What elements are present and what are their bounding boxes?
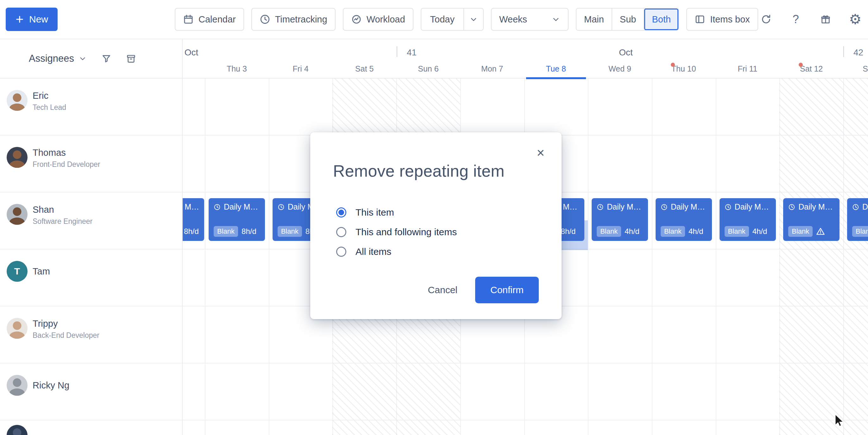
avatar: T [7,261,28,282]
option-label: All items [355,246,391,257]
calendar-button[interactable]: Calendar [175,8,244,31]
close-button[interactable]: × [536,146,545,160]
refresh-icon [761,13,772,25]
avatar [7,90,28,111]
task-bar[interactable]: Daily M…Blank4h/d [656,198,712,241]
radio-button[interactable] [336,247,346,257]
holiday-marker [799,63,803,67]
dialog-option[interactable]: All items [336,242,539,261]
day-header-fri-4[interactable]: Fri 4 [269,59,333,79]
refresh-button[interactable] [758,11,774,27]
settings-button[interactable]: ⚙ [847,11,863,27]
assignee-row[interactable]: TrippyBack-End Developer [0,307,182,364]
cancel-button[interactable]: Cancel [428,285,458,296]
calendar-icon [183,14,194,25]
assignee-role: Front-End Developer [33,160,100,169]
filter-button[interactable] [101,54,112,64]
confirm-button[interactable]: Confirm [475,277,539,303]
segment-both[interactable]: Both [644,8,678,30]
task-bar-title: Daily M… [661,202,707,212]
dialog-option[interactable]: This item [336,203,539,222]
day-header-thu-3[interactable]: Thu 3 [205,59,269,79]
assignee-info: Tam [33,261,50,282]
assignee-row[interactable]: EricTech Lead [0,79,182,135]
toolbar-icon-group: ? ⚙ [758,11,863,27]
dialog-option[interactable]: This and following items [336,222,539,242]
day-header-wed-9[interactable]: Wed 9 [588,59,652,79]
timetracking-button[interactable]: Timetracking [251,8,336,31]
sidebar: Assignees EricTech LeadThomasFront-End D… [0,39,183,435]
dialog-options: This itemThis and following itemsAll ite… [333,203,539,261]
blank-chip: Blank [788,226,813,237]
task-hours: 4h/d [752,227,767,236]
task-bar-title: Daily M… [724,202,771,212]
week-tick [397,46,397,57]
day-header-tue-8[interactable]: Tue 8 [524,59,588,79]
assignee-row[interactable]: ShanSoftware Engineer [0,192,182,249]
row-line [183,364,868,421]
dialog-actions: Cancel Confirm [333,277,539,303]
new-button[interactable]: New [6,8,58,31]
assignee-row[interactable]: Ricky Ng [0,364,182,421]
assignee-row[interactable] [0,421,182,435]
clock-icon [597,204,604,211]
range-select[interactable]: Weeks [491,8,568,31]
day-header-sat-12[interactable]: Sat 12 [779,59,843,79]
day-label: Fri 11 [738,64,757,73]
today-button[interactable]: Today [421,8,463,30]
today-button-label: Today [430,14,455,25]
gift-icon [820,14,831,25]
segment-sub[interactable]: Sub [612,8,644,30]
today-dropdown-button[interactable] [463,8,483,30]
assignee-row[interactable]: ThomasFront-End Developer [0,135,182,192]
radio-button[interactable] [336,207,346,218]
day-header-sat-5[interactable]: Sat 5 [332,59,396,79]
archive-button[interactable] [126,54,136,64]
task-title-text: Daily M… [183,202,199,212]
assignees-dropdown[interactable]: Assignees [29,53,87,64]
help-icon: ? [793,13,799,26]
day-header-fri-11[interactable]: Fri 11 [716,59,780,79]
gear-icon: ⚙ [849,12,861,26]
day-label: Sun 13 [863,64,868,73]
assignee-row[interactable]: TTam [0,249,182,307]
assignee-name: Ricky Ng [33,380,69,391]
task-bar[interactable]: Daily M…Blank4h/d [719,198,776,241]
task-bar[interactable]: Daily M…Blank [847,198,868,241]
workload-button[interactable]: Workload [343,8,413,31]
month-label-right: Oct [619,48,633,58]
sidebar-header: Assignees [0,39,182,79]
task-bar[interactable]: Daily M…Blank [783,198,839,241]
chevron-down-icon [552,15,560,24]
task-bar-meta: Blank [788,226,834,237]
task-title-text: Daily M… [798,202,833,212]
radio-button[interactable] [336,227,346,237]
day-header-mon-7[interactable]: Mon 7 [460,59,524,79]
task-bar-title: Daily M… [852,202,868,212]
task-bar[interactable]: Daily M…Blank8h/d [183,198,204,241]
day-header-sun-13[interactable]: Sun 13 [843,59,868,79]
range-select-value: Weeks [499,14,527,25]
task-bar-meta: Blank4h/d [661,226,707,237]
assignee-info: ThomasFront-End Developer [33,147,100,169]
today-control: Today [421,8,484,31]
items-box-button[interactable]: Items box [686,8,758,31]
task-bar-title: Daily M… [183,202,199,212]
day-label: Tue 8 [546,64,566,73]
day-header-thu-10[interactable]: Thu 10 [652,59,716,79]
blank-chip: Blank [278,226,302,237]
task-bar[interactable]: Daily M…Blank8h/d [209,198,265,241]
segment-main[interactable]: Main [577,8,612,30]
help-button[interactable]: ? [788,11,804,27]
warning-icon [816,227,825,236]
row-line [183,79,868,135]
day-header-sun-6[interactable]: Sun 6 [396,59,460,79]
clock-icon [278,204,285,211]
task-bar[interactable]: Daily M…Blank4h/d [592,198,648,241]
gift-button[interactable] [818,11,834,27]
task-bar-title: Daily M… [788,202,834,212]
assignee-info: TrippyBack-End Developer [33,318,99,340]
workload-button-label: Workload [367,14,405,25]
assignee-role: Software Engineer [33,217,92,226]
calendar-button-label: Calendar [198,14,236,25]
